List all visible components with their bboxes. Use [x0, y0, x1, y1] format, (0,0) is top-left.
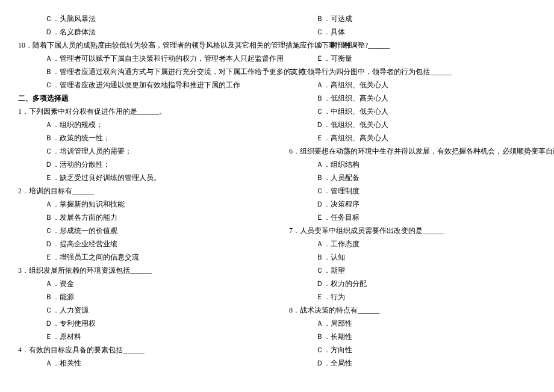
option-text: Ｄ．低组织、低关心人 — [289, 118, 536, 131]
option-text: Ｃ．管理者应改进沟通以便更加有效地指导和推进下属的工作 — [18, 78, 265, 92]
question-stem: 7．人员变革中组织成员需要作出改变的是______ — [289, 224, 536, 237]
option-text: Ａ．局部性 — [289, 317, 536, 330]
option-text: Ｂ．可达成 — [289, 12, 536, 25]
question-stem: 5．在领导行为四分图中，领导者的行为包括______ — [289, 65, 536, 78]
option-text: Ｅ．增强员工之间的信息交流 — [18, 250, 265, 264]
option-text: Ｃ．方向性 — [289, 343, 536, 356]
option-text: Ａ．工作态度 — [289, 237, 536, 250]
option-text: Ｅ．高组织、高关心人 — [289, 131, 536, 145]
option-text: Ｂ．低组织、高关心人 — [289, 92, 536, 105]
option-text: Ｂ．认知 — [289, 250, 536, 264]
option-text: Ａ．组织结构 — [289, 158, 536, 171]
option-text: Ｅ．行为 — [289, 290, 536, 303]
option-text: Ｄ．决策程序 — [289, 198, 536, 211]
option-text: Ａ．管理者可以赋予下属自主决策和行动的权力，管理者本人只起监督作用 — [18, 52, 265, 65]
option-text: Ｂ．管理者应通过双向沟通方式与下属进行充分交流，对下属工作给予更多的支持 — [18, 65, 265, 78]
question-stem: 4．有效的目标应具备的要素包括______ — [18, 343, 265, 356]
question-stem: 8．战术决策的特点有______ — [289, 303, 536, 317]
option-text: Ｂ．长期性 — [289, 330, 536, 343]
option-text: Ｄ．名义群体法 — [18, 25, 265, 39]
option-text: Ｄ．活动的分散性； — [18, 158, 265, 171]
option-text: Ｃ．人力资源 — [18, 303, 265, 317]
option-text: Ｃ．培训管理人员的需要； — [18, 145, 265, 158]
option-text: Ｂ．政策的统一性； — [18, 131, 265, 145]
option-text: Ｃ．头脑风暴法 — [18, 12, 265, 25]
option-text: Ａ．相关性 — [18, 356, 265, 370]
question-stem: 6．组织要想在动荡的环境中生存并得以发展，有效把握各种机会，必须顺势变革自己的_… — [289, 145, 536, 158]
option-text: Ｃ．期望 — [289, 264, 536, 277]
question-stem: 2．培训的目标有______ — [18, 184, 265, 198]
option-text: Ｄ．时限性 — [289, 39, 536, 52]
option-text: Ａ．资金 — [18, 277, 265, 290]
option-text: Ｅ．原材料 — [18, 330, 265, 343]
option-text: Ｃ．具体 — [289, 25, 536, 39]
section-title: 二、多项选择题 — [18, 92, 265, 105]
option-text: Ａ．掌握新的知识和技能 — [18, 198, 265, 211]
option-text: Ｃ．形成统一的价值观 — [18, 224, 265, 237]
option-text: Ｄ．权力的分配 — [289, 277, 536, 290]
option-text: Ｄ．全局性 — [289, 356, 536, 370]
option-text: Ｅ．任务目标 — [289, 211, 536, 224]
question-stem: 1．下列因素中对分权有促进作用的是______。 — [18, 105, 265, 118]
option-text: Ｂ．人员配备 — [289, 171, 536, 184]
option-text: Ｄ．提高企业经营业绩 — [18, 237, 265, 250]
option-text: Ｃ．管理制度 — [289, 184, 536, 198]
question-stem: 10．随着下属人员的成熟度由较低转为较高，管理者的领导风格以及其它相关的管理措施… — [18, 39, 265, 52]
option-text: Ｃ．中组织、低关心人 — [289, 105, 536, 118]
option-text: Ｂ．发展各方面的能力 — [18, 211, 265, 224]
option-text: Ｄ．专利使用权 — [18, 317, 265, 330]
option-text: Ａ．高组织、低关心人 — [289, 78, 536, 92]
option-text: Ｅ．缺乏受过良好训练的管理人员。 — [18, 171, 265, 184]
question-stem: 3．组织发展所依赖的环境资源包括______ — [18, 264, 265, 277]
option-text: Ｅ．可衡量 — [289, 52, 536, 65]
option-text: Ｂ．能源 — [18, 290, 265, 303]
option-text: Ａ．组织的规模； — [18, 118, 265, 131]
